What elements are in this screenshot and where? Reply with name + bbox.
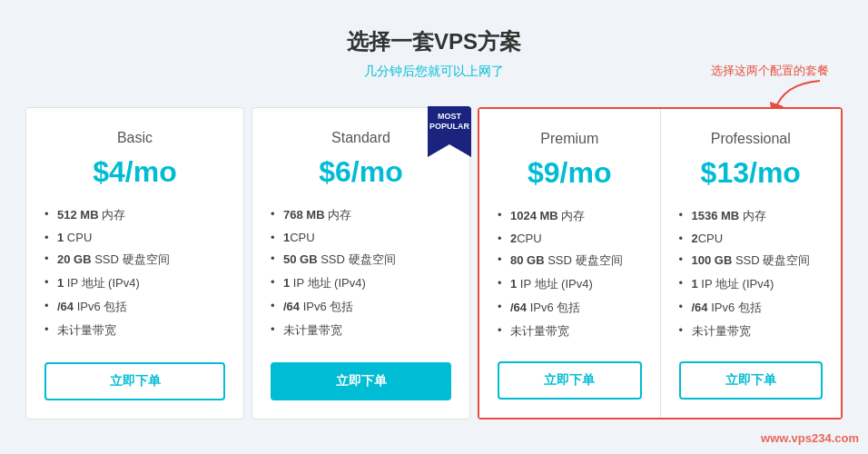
- feature-basic-2: 20 GB SSD 硬盘空间: [44, 248, 225, 271]
- feature-standard-3: 1 IP 地址 (IPv4): [271, 271, 451, 295]
- feature-premium-5: 未计量带宽: [498, 320, 642, 343]
- feature-standard-2: 50 GB SSD 硬盘空间: [271, 248, 451, 271]
- feature-professional-4: /64 IPv6 包括: [679, 296, 824, 320]
- plan-premium: Premium $9/mo 1024 MB 内存 2CPU 80 GB SSD …: [479, 109, 661, 418]
- plan-price-basic: $4/mo: [44, 155, 225, 189]
- plan-name-premium: Premium: [498, 131, 642, 147]
- order-button-professional[interactable]: 立即下单: [679, 361, 824, 400]
- feature-standard-4: /64 IPv6 包括: [271, 295, 451, 319]
- plan-standard: MOSTPOPULAR Standard $6/mo 768 MB 内存 1CP…: [252, 107, 470, 419]
- plan-professional: Professional $13/mo 1536 MB 内存 2CPU 100 …: [661, 109, 842, 418]
- feature-basic-3: 1 IP 地址 (IPv4): [44, 271, 225, 295]
- plan-features-premium: 1024 MB 内存 2CPU 80 GB SSD 硬盘空间 1 IP 地址 (…: [498, 204, 642, 343]
- page-header: 选择一套VPS方案 几分钟后您就可以上网了: [347, 27, 521, 80]
- plan-name-basic: Basic: [44, 130, 225, 146]
- page-title: 选择一套VPS方案: [347, 27, 521, 56]
- most-popular-badge: MOSTPOPULAR: [428, 106, 471, 157]
- plan-features-professional: 1536 MB 内存 2CPU 100 GB SSD 硬盘空间 1 IP 地址 …: [679, 204, 824, 343]
- plan-basic: Basic $4/mo 512 MB 内存 1 CPU 20 GB SSD 硬盘…: [25, 107, 244, 419]
- feature-basic-1: 1 CPU: [44, 227, 225, 248]
- feature-basic-5: 未计量带宽: [44, 319, 225, 342]
- plan-price-professional: $13/mo: [679, 156, 824, 190]
- feature-professional-5: 未计量带宽: [679, 320, 824, 343]
- order-button-standard[interactable]: 立即下单: [271, 362, 451, 400]
- annotation-text: 选择这两个配置的套餐: [711, 64, 829, 77]
- feature-premium-3: 1 IP 地址 (IPv4): [498, 272, 642, 296]
- feature-premium-0: 1024 MB 内存: [498, 204, 642, 228]
- plan-features-basic: 512 MB 内存 1 CPU 20 GB SSD 硬盘空间 1 IP 地址 (…: [44, 203, 225, 344]
- page-subtitle: 几分钟后您就可以上网了: [347, 64, 521, 80]
- plan-price-premium: $9/mo: [498, 156, 642, 190]
- plan-features-standard: 768 MB 内存 1CPU 50 GB SSD 硬盘空间 1 IP 地址 (I…: [271, 203, 451, 344]
- feature-premium-1: 2CPU: [498, 228, 642, 249]
- highlighted-group: Premium $9/mo 1024 MB 内存 2CPU 80 GB SSD …: [478, 107, 843, 419]
- feature-basic-0: 512 MB 内存: [44, 203, 225, 227]
- plan-price-standard: $6/mo: [271, 155, 451, 189]
- feature-premium-2: 80 GB SSD 硬盘空间: [498, 249, 642, 272]
- order-button-premium[interactable]: 立即下单: [498, 361, 642, 400]
- feature-basic-4: /64 IPv6 包括: [44, 295, 225, 319]
- feature-standard-0: 768 MB 内存: [271, 203, 451, 227]
- plan-name-standard: Standard: [271, 130, 451, 146]
- feature-standard-5: 未计量带宽: [271, 319, 451, 342]
- feature-professional-0: 1536 MB 内存: [679, 204, 824, 228]
- feature-premium-4: /64 IPv6 包括: [498, 296, 642, 320]
- feature-professional-2: 100 GB SSD 硬盘空间: [679, 249, 824, 272]
- feature-professional-3: 1 IP 地址 (IPv4): [679, 272, 824, 296]
- plans-container: Basic $4/mo 512 MB 内存 1 CPU 20 GB SSD 硬盘…: [25, 107, 843, 419]
- order-button-basic[interactable]: 立即下单: [44, 362, 225, 400]
- feature-standard-1: 1CPU: [271, 227, 451, 248]
- feature-professional-1: 2CPU: [679, 228, 824, 249]
- plan-name-professional: Professional: [679, 131, 824, 147]
- watermark: www.vps234.com: [761, 431, 859, 445]
